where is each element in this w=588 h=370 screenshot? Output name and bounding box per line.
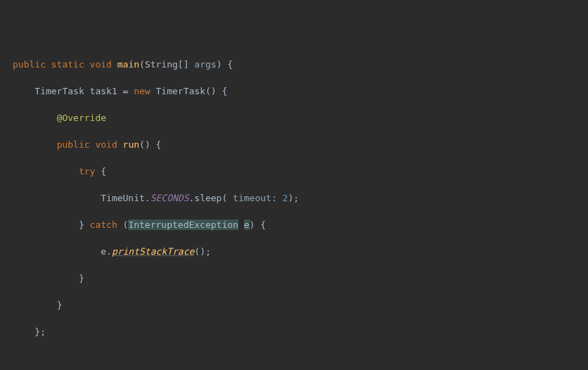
rparen: )	[217, 59, 222, 70]
rparen: )	[145, 139, 151, 150]
method-run: run	[123, 139, 139, 150]
semicolon: ;	[205, 246, 211, 257]
semicolon: ;	[293, 193, 299, 203]
keyword-void: void	[95, 139, 117, 150]
var-e: e	[101, 246, 106, 257]
code-line[interactable]: } catch (InterruptedException e) {	[13, 218, 588, 231]
keyword-void: void	[90, 59, 112, 70]
rbracket: ]	[184, 59, 189, 70]
lbrace: {	[156, 139, 162, 150]
code-line[interactable]: }	[13, 298, 588, 312]
lparen: (	[194, 246, 200, 257]
method-printstacktrace: printStackTrace	[112, 246, 194, 257]
dot: .	[145, 193, 151, 203]
code-line[interactable]: try {	[13, 165, 588, 178]
keyword-new: new	[134, 86, 150, 96]
rbrace: }	[79, 273, 84, 283]
keyword-public: public	[57, 139, 90, 150]
method-main: main	[117, 59, 139, 70]
const-seconds: SECONDS	[151, 193, 189, 203]
param-args: args	[194, 59, 216, 70]
lparen: (	[222, 193, 227, 203]
keyword-try: try	[79, 166, 95, 177]
code-line[interactable]	[13, 352, 588, 365]
code-line[interactable]: TimeUnit.SECONDS.sleep( timeout: 2);	[13, 191, 588, 205]
lbracket: [	[178, 59, 184, 70]
lbrace: {	[260, 219, 266, 230]
annotation-override: @Override	[57, 113, 106, 123]
param-hint-timeout: timeout:	[233, 193, 277, 203]
code-line[interactable]: TimerTask task1 = new TimerTask() {	[13, 84, 588, 98]
rbrace-semi: };	[34, 326, 46, 337]
dot: .	[106, 246, 112, 257]
lbrace: {	[101, 166, 106, 177]
lbrace: {	[222, 86, 227, 96]
var-e: e	[244, 219, 250, 230]
lparen: (	[139, 59, 145, 70]
keyword-static: static	[51, 59, 84, 70]
code-line[interactable]: @Override	[13, 111, 588, 125]
code-line[interactable]: public void run() {	[13, 138, 588, 151]
type-interruptedexception: InterruptedException	[128, 219, 238, 230]
code-line[interactable]: public static void main(String[] args) {	[13, 58, 588, 71]
lparen: (	[205, 86, 211, 96]
type-timeunit: TimeUnit	[101, 193, 145, 203]
lbrace: {	[227, 59, 233, 70]
rparen: )	[250, 219, 255, 230]
keyword-catch: catch	[90, 219, 117, 230]
code-line[interactable]: };	[13, 325, 588, 338]
code-line[interactable]: }	[13, 272, 588, 285]
rparen: )	[200, 246, 205, 257]
var-task1: task1	[90, 86, 117, 96]
rbrace: }	[57, 300, 63, 310]
type-timertask: TimerTask	[156, 86, 205, 96]
keyword-public: public	[13, 59, 46, 70]
rparen: )	[211, 86, 217, 96]
method-sleep: sleep	[194, 193, 222, 203]
type-timertask: TimerTask	[34, 86, 84, 96]
rbrace: }	[79, 219, 84, 230]
equals: =	[123, 86, 129, 96]
type-string: String	[145, 59, 178, 70]
code-line[interactable]: e.printStackTrace();	[13, 245, 588, 258]
lparen: (	[139, 139, 145, 150]
